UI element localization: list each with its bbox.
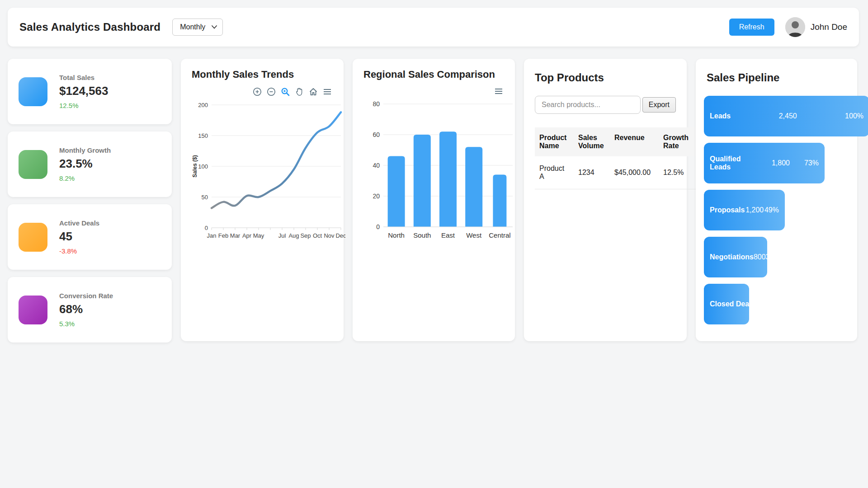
line-chart-title: Monthly Sales Trends — [192, 69, 333, 80]
product-name-cell: Product A — [535, 156, 574, 189]
stage-percent: 100% — [845, 112, 863, 120]
kpi-text: Active Deals45-3.8% — [59, 219, 99, 255]
stage-value: 1,800 — [772, 159, 790, 167]
chevron-down-icon — [212, 25, 217, 29]
svg-text:May: May — [253, 232, 264, 239]
svg-text:Sep: Sep — [300, 232, 311, 239]
pipeline-funnel: Leads2,450100%Qualified Leads1,80073%Pro… — [704, 96, 849, 324]
svg-text:East: East — [441, 231, 455, 239]
home-icon[interactable] — [309, 87, 318, 96]
stage-label: Proposals — [710, 206, 745, 214]
products-table: Product NameSales VolumeRevenueGrowth Ra… — [535, 127, 721, 189]
zoom-in-icon[interactable] — [253, 87, 262, 96]
bar-chart-title: Regional Sales Comparison — [363, 69, 504, 80]
svg-text:South: South — [413, 231, 431, 239]
svg-text:Mar: Mar — [230, 232, 241, 239]
sales-volume-cell: 1234 — [574, 156, 610, 189]
svg-text:Oct: Oct — [313, 232, 322, 239]
refresh-button[interactable]: Refresh — [729, 19, 774, 36]
products-search-row: Export — [535, 96, 676, 114]
kpi-change: 12.5% — [59, 102, 108, 109]
pan-icon[interactable] — [295, 87, 304, 96]
stage-value: 1,200 — [745, 206, 764, 214]
stage-label: Negotiations — [710, 253, 754, 261]
funnel-stage-qualified-leads[interactable]: Qualified Leads1,80073% — [704, 143, 825, 183]
user-name: John Doe — [811, 22, 847, 32]
column-header: Growth Rate — [659, 127, 695, 156]
svg-text:Central: Central — [489, 231, 510, 239]
kpi-change: 5.3% — [59, 320, 113, 328]
monthly-sales-line-chart[interactable]: 050100150200JanFebMarAprMayJulAugSepOctN… — [192, 98, 333, 258]
column-header: Sales Volume — [574, 127, 610, 156]
kpi-icon — [19, 77, 47, 106]
menu-icon[interactable] — [494, 87, 503, 96]
svg-text:50: 50 — [202, 194, 208, 201]
svg-text:0: 0 — [205, 225, 208, 231]
svg-text:Aug: Aug — [288, 232, 299, 239]
svg-text:Jul: Jul — [278, 232, 286, 239]
regional-sales-panel: Regional Sales Comparison 020406080North… — [353, 59, 515, 341]
kpi-text: Total Sales$124,56312.5% — [59, 74, 108, 109]
chart-toolbar — [192, 87, 332, 97]
kpi-card-monthly-growth[interactable]: Monthly Growth23.5%8.2% — [8, 131, 172, 197]
funnel-stage-closed-deals[interactable]: Closed Deals50020% — [704, 284, 749, 324]
kpi-value: $124,563 — [59, 84, 108, 98]
funnel-stage-negotiations[interactable]: Negotiations80033% — [704, 237, 767, 277]
products-table-body: Product A1234$45,000.0012.5% — [535, 156, 721, 189]
svg-text:150: 150 — [198, 132, 208, 139]
svg-text:Jan: Jan — [207, 232, 217, 239]
kpi-icon — [19, 223, 47, 252]
funnel-stage-proposals[interactable]: Proposals1,20049% — [704, 190, 785, 230]
kpi-value: 45 — [59, 230, 99, 244]
kpi-card-total-sales[interactable]: Total Sales$124,56312.5% — [8, 59, 172, 124]
kpi-icon — [19, 150, 47, 179]
export-button[interactable]: Export — [642, 97, 676, 113]
growth-rate-cell: 12.5% — [659, 156, 695, 189]
top-products-panel: Top Products Export Product NameSales Vo… — [524, 59, 687, 341]
box-zoom-icon[interactable] — [281, 87, 290, 96]
table-row[interactable]: Product A1234$45,000.0012.5% — [535, 156, 721, 189]
search-input[interactable] — [535, 96, 641, 114]
monthly-sales-trends-panel: Monthly Sales Trends 050100150200JanFebM… — [181, 59, 344, 341]
funnel-stage-leads[interactable]: Leads2,450100% — [704, 96, 868, 136]
kpi-card-conversion-rate[interactable]: Conversion Rate68%5.3% — [8, 277, 172, 343]
period-select-value: Monthly — [180, 23, 205, 31]
svg-text:Dec: Dec — [335, 232, 345, 239]
revenue-cell: $45,000.00 — [610, 156, 659, 189]
stage-label: Closed Deals — [710, 300, 749, 308]
svg-text:200: 200 — [198, 102, 208, 108]
stage-value: 800 — [754, 253, 766, 261]
dashboard-grid: Total Sales$124,56312.5%Monthly Growth23… — [0, 47, 868, 343]
kpi-card-active-deals[interactable]: Active Deals45-3.8% — [8, 204, 172, 270]
svg-text:0: 0 — [376, 223, 380, 230]
kpi-text: Monthly Growth23.5%8.2% — [59, 146, 111, 182]
sales-pipeline-title: Sales Pipeline — [707, 71, 849, 84]
kpi-change: -3.8% — [59, 247, 99, 255]
regional-sales-bar-chart[interactable]: 020406080NorthSouthEastWestCentral — [363, 97, 504, 257]
zoom-out-icon[interactable] — [267, 87, 276, 96]
svg-text:80: 80 — [373, 100, 380, 108]
kpi-value: 23.5% — [59, 157, 111, 171]
stage-percent: 73% — [804, 159, 819, 167]
kpi-label: Active Deals — [59, 219, 99, 227]
svg-text:Sales ($): Sales ($) — [192, 155, 198, 177]
stage-percent: 49% — [764, 206, 779, 214]
stage-label: Leads — [710, 112, 731, 120]
menu-icon[interactable] — [323, 87, 332, 96]
kpi-change: 8.2% — [59, 174, 111, 182]
svg-text:Feb: Feb — [218, 232, 228, 239]
stage-value: 2,450 — [779, 112, 797, 120]
kpi-icon — [19, 296, 47, 324]
period-select[interactable]: Monthly — [172, 19, 223, 36]
stage-percent: 33% — [766, 253, 767, 261]
svg-text:40: 40 — [373, 162, 380, 169]
top-bar: Sales Analytics Dashboard Monthly Refres… — [8, 8, 859, 47]
svg-text:North: North — [388, 231, 405, 239]
column-header: Revenue — [610, 127, 659, 156]
stage-label: Qualified Leads — [710, 155, 757, 172]
svg-text:Apr: Apr — [242, 232, 252, 239]
avatar[interactable] — [785, 17, 805, 37]
kpi-value: 68% — [59, 302, 113, 316]
sales-pipeline-panel: Sales Pipeline Leads2,450100%Qualified L… — [696, 59, 857, 341]
top-products-title: Top Products — [535, 71, 676, 84]
